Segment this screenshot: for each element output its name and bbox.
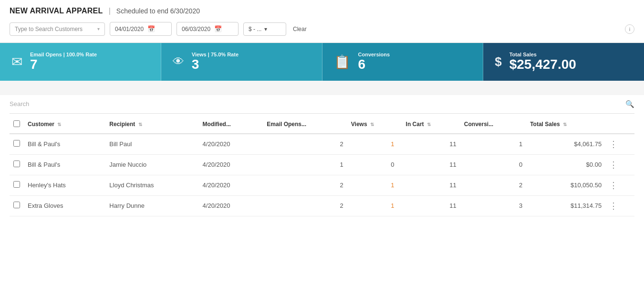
cell-conversions: 0 [460,154,526,175]
row-checkbox[interactable] [13,161,20,167]
customer-search-placeholder: Type to Search Customers [15,26,83,32]
sort-icon: ⇅ [138,122,142,127]
chevron-down-icon: ▾ [264,26,267,32]
stat-card-total-sales: $ Total Sales $25,427.00 [483,43,644,81]
cell-total-sales: $11,314.75 [526,195,605,216]
row-checkbox-cell[interactable] [10,195,24,216]
filter-bar: Type to Search Customers ▾ 04/01/2020 📅 … [10,22,634,38]
table-row: Henley's Hats Lloyd Christmas 4/20/2020 … [10,175,634,195]
row-checkbox[interactable] [13,202,20,208]
stat-label-sales: Total Sales [509,52,576,57]
cell-email-opens: 1 [263,154,347,175]
clipboard-icon: 📋 [334,54,351,70]
data-table: Customer ⇅ Recipient ⇅ Modified... Email… [10,116,634,216]
title-divider: | [109,7,111,15]
table-row: Bill & Paul's Jamie Nuccio 4/20/2020 1 0… [10,154,634,175]
cell-customer: Extra Gloves [24,195,105,216]
date-from-value: 04/01/2020 [115,26,144,32]
row-checkbox[interactable] [13,140,20,147]
cell-recipient: Harry Dunne [105,195,198,216]
amount-value: $ - ... [249,26,261,32]
cell-views: 1 [347,134,402,155]
cell-customer: Bill & Paul's [24,154,105,175]
select-all-checkbox[interactable] [13,120,20,127]
row-checkbox-cell[interactable] [10,134,24,155]
col-header-modified[interactable]: Modified... [199,116,263,134]
sort-icon: ⇅ [57,122,61,127]
cell-total-sales: $0.00 [526,154,605,175]
cell-modified: 4/20/2020 [199,175,263,195]
date-to-input[interactable]: 06/03/2020 📅 [177,22,239,36]
row-more-button[interactable]: ⋮ [609,161,618,169]
cell-total-sales: $10,050.50 [526,175,605,195]
cell-actions[interactable]: ⋮ [605,134,634,155]
stat-label-conversions: Conversions [358,52,390,57]
col-header-email-opens[interactable]: Email Opens... [263,116,347,134]
cell-email-opens: 2 [263,195,347,216]
stats-row: ✉ Email Opens | 100.0% Rate 7 👁 Views | … [0,43,644,81]
chevron-down-icon: ▾ [97,26,100,32]
stat-value-email: 7 [30,57,97,72]
cell-recipient: Bill Paul [105,134,198,155]
cell-customer: Henley's Hats [24,175,105,195]
sort-icon: ⇅ [427,122,431,127]
cell-views: 1 [347,175,402,195]
row-more-button[interactable]: ⋮ [609,140,618,149]
col-header-in-cart[interactable]: In Cart ⇅ [402,116,460,134]
page-subtitle: Scheduled to end 6/30/2020 [116,7,200,15]
table-section: 🔍 Customer ⇅ Recipient ⇅ [0,95,644,216]
cell-actions[interactable]: ⋮ [605,154,634,175]
divider-area [0,81,644,95]
col-header-customer[interactable]: Customer ⇅ [24,116,105,134]
stat-value-sales: $25,427.00 [509,57,576,72]
stat-value-conversions: 6 [358,57,390,72]
col-header-actions [605,116,634,134]
select-all-header[interactable] [10,116,24,134]
stat-content-sales: Total Sales $25,427.00 [509,52,576,72]
cell-recipient: Lloyd Christmas [105,175,198,195]
page-wrapper: NEW ARRIVAL APPAREL | Scheduled to end 6… [0,0,644,300]
cell-views: 0 [347,154,402,175]
customer-search-select[interactable]: Type to Search Customers ▾ [10,22,105,36]
col-header-recipient[interactable]: Recipient ⇅ [105,116,198,134]
row-checkbox-cell[interactable] [10,154,24,175]
date-to-value: 06/03/2020 [182,26,210,32]
row-more-button[interactable]: ⋮ [609,181,618,190]
col-header-views[interactable]: Views ⇅ [347,116,402,134]
col-header-conversions[interactable]: Conversi... [460,116,526,134]
eye-icon: 👁 [173,55,184,68]
cell-views: 1 [347,195,402,216]
cell-actions[interactable]: ⋮ [605,175,634,195]
stat-content-email: Email Opens | 100.0% Rate 7 [30,52,97,72]
email-icon: ✉ [11,54,22,70]
col-header-total-sales[interactable]: Total Sales ⇅ [526,116,605,134]
page-title: NEW ARRIVAL APPAREL [10,7,103,15]
row-checkbox[interactable] [13,181,20,188]
page-header: NEW ARRIVAL APPAREL | Scheduled to end 6… [0,0,644,43]
dollar-icon: $ [495,54,501,69]
row-checkbox-cell[interactable] [10,175,24,195]
stat-card-conversions: 📋 Conversions 6 [322,43,484,81]
clear-button[interactable]: Clear [291,23,309,35]
stat-card-email-opens: ✉ Email Opens | 100.0% Rate 7 [0,43,161,81]
stat-label-views: Views | 75.0% Rate [192,52,239,57]
amount-select[interactable]: $ - ... ▾ [243,22,286,36]
calendar-icon: 📅 [214,25,222,32]
stat-content-views: Views | 75.0% Rate 3 [192,52,239,72]
table-search-input[interactable] [10,100,625,107]
sort-icon: ⇅ [563,122,567,127]
table-body: Bill & Paul's Bill Paul 4/20/2020 2 1 11… [10,134,634,216]
cell-modified: 4/20/2020 [199,134,263,155]
date-from-input[interactable]: 04/01/2020 📅 [110,22,172,36]
cell-actions[interactable]: ⋮ [605,195,634,216]
cell-customer: Bill & Paul's [24,134,105,155]
search-icon: 🔍 [625,100,634,108]
cell-conversions: 2 [460,175,526,195]
info-icon[interactable]: i [625,24,634,34]
row-more-button[interactable]: ⋮ [609,202,618,210]
table-row: Bill & Paul's Bill Paul 4/20/2020 2 1 11… [10,134,634,155]
stat-content-conversions: Conversions 6 [358,52,390,72]
table-head: Customer ⇅ Recipient ⇅ Modified... Email… [10,116,634,134]
cell-conversions: 1 [460,134,526,155]
cell-in-cart: 11 [402,134,460,155]
